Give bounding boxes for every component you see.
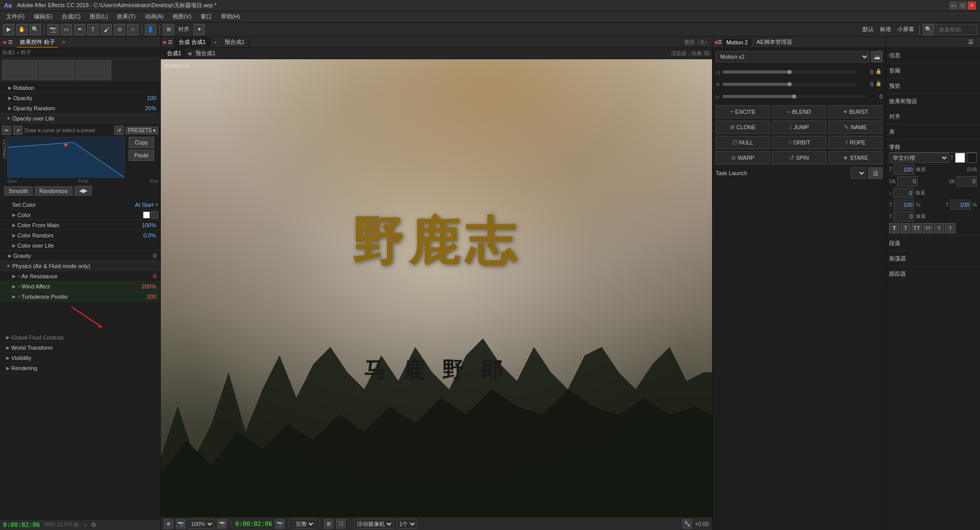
tab-ae-script[interactable]: AE脚本管理器 — [752, 37, 797, 47]
randomize-button[interactable]: Randomize — [35, 186, 72, 196]
preview-mask-btn[interactable]: ☐ — [336, 519, 346, 528]
prop-color-from-main[interactable]: ▶ Color From Main 100% — [0, 220, 160, 230]
comp-menu-icon[interactable]: ☰ — [168, 39, 173, 45]
bold-button[interactable]: T — [889, 223, 899, 233]
turbulence-value[interactable]: 200 — [147, 294, 156, 300]
prop-rendering[interactable]: ▶ Rendering — [0, 363, 160, 373]
effects-title[interactable]: 效果和预设 — [889, 96, 977, 107]
allcaps-button[interactable]: TT — [912, 223, 922, 233]
prop-visibility[interactable]: ▶ Visibility — [0, 353, 160, 363]
audio-title[interactable]: 音频 — [889, 65, 977, 76]
prop-set-color[interactable]: Set Color At Start ▾ — [0, 200, 160, 210]
prop-color-over-life[interactable]: ▶ Color over Life — [0, 240, 160, 251]
paste-button[interactable]: Paste — [129, 150, 154, 161]
status-icon-btn2[interactable]: ⚙ — [91, 521, 96, 528]
far-right-menu-icon[interactable]: ☰ — [964, 38, 978, 46]
font-color-swatch[interactable] — [955, 153, 965, 163]
copy-button[interactable]: Copy — [129, 137, 154, 148]
xyz-c-value[interactable]: 0 — [858, 69, 873, 75]
set-color-value[interactable]: At Start — [135, 202, 154, 208]
prop-color-random[interactable]: ▶ Color Random 0.0% — [0, 230, 160, 240]
breadcrumb-layer[interactable]: 粒子 — [21, 49, 31, 56]
air-resistance-value[interactable]: 0 — [153, 273, 156, 279]
tab-motion2[interactable]: Motion 2 — [722, 38, 752, 46]
panel-close-icon[interactable]: ■ — [3, 39, 6, 45]
scale-h-field[interactable] — [894, 200, 914, 210]
xyz-y-handle[interactable] — [792, 94, 796, 99]
right-panel-menu[interactable]: ☰ — [718, 39, 722, 45]
color-random-value[interactable]: 0.0% — [143, 232, 156, 238]
font-size-field[interactable] — [894, 164, 914, 175]
excite-button[interactable]: +EXCITE — [716, 105, 770, 118]
prop-global-fluid[interactable]: ▶ Global Fluid Controls — [0, 332, 160, 343]
tool-zoom[interactable]: 🔍 — [30, 24, 41, 35]
xyz-x-handle[interactable] — [788, 82, 792, 86]
motion2-icon-btn[interactable]: ⛰ — [871, 51, 883, 62]
tool-puppet[interactable]: ☆ — [127, 24, 138, 35]
xyz-c-lock[interactable]: 🔒 — [875, 68, 883, 76]
tool-rect[interactable]: ▭ — [61, 24, 72, 35]
tool-type[interactable]: T — [87, 24, 99, 35]
rope-button[interactable]: ⌇ROPE — [828, 136, 883, 149]
tool-stamp[interactable]: ⊙ — [114, 24, 125, 35]
clone-button[interactable]: ⊕CLONE — [716, 121, 770, 134]
name-button[interactable]: ✎NAME — [828, 121, 883, 134]
tool-camera[interactable]: 📷 — [47, 24, 59, 35]
leading-field[interactable] — [893, 188, 914, 198]
menu-animation[interactable]: 动画(A) — [141, 12, 168, 21]
library-title[interactable]: 库 — [889, 127, 977, 137]
motion2-preset-dropdown[interactable]: Motion v2 — [716, 51, 869, 62]
minimize-button[interactable]: — — [949, 2, 958, 10]
tool-select[interactable]: ▶ — [3, 24, 14, 35]
prop-turbulence-position[interactable]: ▶ ○ Turbulence Positio 200 — [0, 292, 160, 302]
baseline-field[interactable] — [894, 211, 914, 222]
italic-button[interactable]: T — [900, 223, 911, 233]
camera-count-select[interactable]: 1个 — [397, 519, 417, 529]
set-color-dropdown-icon[interactable]: ▾ — [156, 202, 158, 207]
tool-pen[interactable]: ✒ — [74, 24, 85, 35]
tab-effect-controls[interactable]: 效果控件 粒子 — [17, 37, 58, 47]
prop-wind-affect[interactable]: ▶ ○ Wind Affect 200% — [0, 281, 160, 292]
xyz-y-value[interactable]: 0 — [867, 93, 883, 100]
thumbnail-2[interactable] — [39, 60, 75, 80]
null-button[interactable]: ∅NULL — [716, 136, 770, 149]
stare-button[interactable]: ★STARE — [828, 151, 883, 164]
smooth-button[interactable]: Smooth — [4, 186, 33, 196]
search-button[interactable]: 🔍 — [923, 24, 934, 35]
tool-snapping[interactable]: ✦ — [193, 24, 205, 35]
menu-help[interactable]: 帮助(H) — [217, 12, 244, 21]
presets-button[interactable]: PRESETS ▾ — [126, 127, 158, 134]
prop-opacity-over-life[interactable]: ▼ Opacity over Life — [0, 113, 160, 124]
spin-button[interactable]: ↺SPIN — [772, 151, 826, 164]
thumbnail-3[interactable] — [76, 60, 111, 80]
close-button[interactable]: ✕ — [968, 2, 976, 10]
prop-world-transform[interactable]: ▶ World Transform — [0, 343, 160, 353]
font-dropdown[interactable]: 华文行楷 — [889, 153, 949, 163]
menu-view[interactable]: 视图(V) — [168, 12, 195, 21]
color-from-main-value[interactable]: 100% — [142, 222, 156, 228]
preview-title[interactable]: 预览 — [889, 81, 977, 91]
status-icon-btn[interactable]: ○ — [83, 521, 87, 528]
effect-controls-panel[interactable]: ▶ Rotation ▶ Opacity 100 ▶ Opacity Rando… — [0, 83, 160, 519]
menu-file[interactable]: 文件(F) — [2, 12, 29, 21]
jump-button[interactable]: ↕JUMP — [772, 121, 826, 134]
search-input[interactable] — [936, 25, 977, 35]
tab-comp1[interactable]: 合成 合成1 — [175, 37, 210, 47]
character-title[interactable]: 字符 — [889, 142, 977, 153]
opacity-random-value[interactable]: 20% — [145, 105, 156, 111]
prop-color[interactable]: ▶ Color — [0, 210, 160, 220]
curve-canvas[interactable] — [7, 137, 125, 178]
preview-icons-btn[interactable]: 🔧 — [682, 519, 692, 528]
reverse-button[interactable]: ◀▶ — [75, 186, 92, 196]
camera-select[interactable]: 活动摄像机 — [354, 519, 394, 529]
menu-effect[interactable]: 效果(T) — [113, 12, 139, 21]
tool-person[interactable]: 👤 — [145, 24, 156, 35]
orbit-button[interactable]: ○ORBIT — [772, 136, 826, 149]
tool-brush[interactable]: 🖌 — [101, 24, 112, 35]
prop-opacity[interactable]: ▶ Opacity 100 — [0, 93, 160, 103]
prop-opacity-random[interactable]: ▶ Opacity Random 20% — [0, 103, 160, 113]
menu-composition[interactable]: 合成(C) — [58, 12, 85, 21]
title-bar-controls[interactable]: — □ ✕ — [949, 2, 976, 10]
xyz-x-value[interactable]: 0 — [858, 81, 873, 87]
gravity-value[interactable]: 0 — [153, 253, 156, 259]
